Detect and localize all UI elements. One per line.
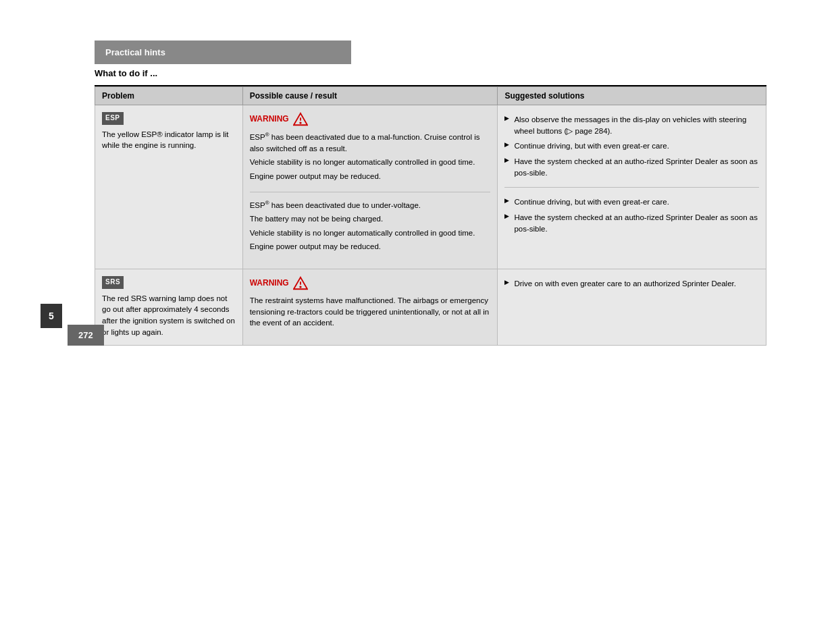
page-container: 5 Practical hints What to do if ... Prob… — [0, 0, 834, 386]
solution-list: Also observe the messages in the dis-pla… — [504, 112, 759, 180]
header-problem: Problem — [95, 87, 243, 105]
solution-item: Continue driving, but with even great-er… — [504, 194, 759, 210]
cause-section: ESP® has been deactivated due to under-v… — [250, 192, 491, 263]
warning-label: WARNING — [250, 277, 289, 289]
main-table: Problem Possible cause / result Suggeste… — [95, 86, 766, 346]
warning-title: WARNING — [250, 276, 491, 291]
cause-line: Engine power output may be reduced. — [250, 241, 491, 252]
solution-section: Drive on with even greater care to an au… — [504, 276, 759, 298]
cause-line: The restraint systems have malfunctioned… — [250, 295, 491, 329]
page-number: 272 — [68, 325, 104, 346]
problem-text: The yellow ESP® indicator lamp is lit wh… — [102, 129, 236, 151]
cause-cell: WARNING ESP® has been deactivated due to… — [242, 105, 498, 269]
solution-section: Also observe the messages in the dis-pla… — [504, 112, 759, 187]
warning-label: WARNING — [250, 113, 289, 125]
badge: ESP — [102, 112, 124, 125]
cause-section: WARNING The restraint systems have malfu… — [250, 276, 491, 338]
solution-item: Have the system checked at an autho-rize… — [504, 210, 759, 236]
cause-line: ESP® has been deactivated due to a mal-f… — [250, 131, 491, 154]
solution-item: Also observe the messages in the dis-pla… — [504, 112, 759, 138]
solution-item: Have the system checked at an autho-rize… — [504, 154, 759, 180]
warning-icon — [293, 112, 308, 127]
subsection-header: What to do if ... — [95, 64, 766, 86]
solution-cell: Drive on with even greater care to an au… — [498, 269, 766, 346]
svg-point-1 — [300, 122, 301, 123]
table-row: ESPThe yellow ESP® indicator lamp is lit… — [95, 105, 766, 269]
table-row: SRSThe red SRS warning lamp does not go … — [95, 269, 766, 346]
cause-section: WARNING ESP® has been deactivated due to… — [250, 112, 491, 192]
solution-item: Drive on with even greater care to an au… — [504, 276, 759, 292]
cause-line: Engine power output may be reduced. — [250, 171, 491, 182]
cause-cell: WARNING The restraint systems have malfu… — [242, 269, 498, 346]
solution-list: Continue driving, but with even great-er… — [504, 194, 759, 236]
warning-title: WARNING — [250, 112, 491, 127]
solution-section: Continue driving, but with even great-er… — [504, 187, 759, 243]
svg-point-3 — [300, 286, 301, 287]
cause-line: The battery may not be being charged. — [250, 213, 491, 225]
chapter-tab: 5 — [41, 304, 62, 328]
solution-cell: Also observe the messages in the dis-pla… — [498, 105, 766, 269]
solution-list: Drive on with even greater care to an au… — [504, 276, 759, 292]
cause-line: ESP® has been deactivated due to under-v… — [250, 199, 491, 211]
solution-item: Continue driving, but with even great-er… — [504, 138, 759, 154]
badge: SRS — [102, 276, 124, 289]
warning-icon — [293, 276, 308, 291]
cause-line: Vehicle stability is no longer automatic… — [250, 227, 491, 239]
section-header: Practical hints — [95, 41, 351, 64]
header-solution: Suggested solutions — [498, 87, 766, 105]
cause-line: Vehicle stability is no longer automatic… — [250, 157, 491, 168]
problem-cell: ESPThe yellow ESP® indicator lamp is lit… — [95, 105, 243, 269]
problem-text: The red SRS warning lamp does not go out… — [102, 293, 236, 338]
header-cause: Possible cause / result — [242, 87, 498, 105]
problem-cell: SRSThe red SRS warning lamp does not go … — [95, 269, 243, 346]
